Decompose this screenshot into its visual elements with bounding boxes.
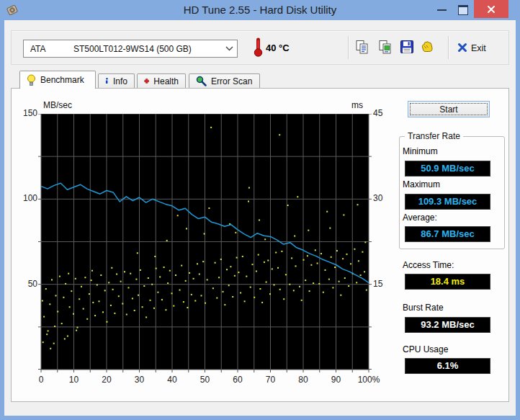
tab-health[interactable]: Health — [137, 73, 186, 88]
exit-label: Exit — [471, 43, 486, 53]
minimum-value: 50.9 MB/sec — [405, 161, 490, 177]
chevron-down-icon — [221, 46, 237, 51]
tab-error-scan[interactable]: Error Scan — [189, 73, 260, 88]
cpu-usage-label: CPU Usage — [403, 344, 448, 354]
close-icon — [487, 5, 496, 14]
tab-benchmark-label: Benchmark — [40, 75, 84, 85]
left-axis-unit: MB/sec — [43, 100, 72, 110]
tab-error-scan-label: Error Scan — [211, 76, 252, 86]
drive-interface-label: ATA — [24, 44, 73, 54]
cpu-usage-value: 6.1% — [405, 358, 490, 374]
burst-rate-value: 93.2 MB/sec — [405, 317, 490, 333]
left-axis-tick: 100 — [14, 193, 37, 203]
hand-icon[interactable] — [419, 40, 435, 55]
maximum-value: 109.3 MB/sec — [405, 194, 490, 210]
maximize-icon — [458, 5, 468, 15]
health-icon — [144, 76, 149, 86]
access-time-label: Access Time: — [403, 260, 454, 270]
x-axis-tick: 50 — [200, 375, 210, 385]
x-axis-tick: 20 — [102, 375, 111, 385]
benchmark-chart — [37, 114, 373, 375]
temperature-value: 40 °C — [266, 43, 290, 53]
right-axis-unit: ms — [351, 100, 363, 110]
right-axis-tick: 15 — [373, 279, 382, 289]
average-value: 86.7 MB/sec — [405, 226, 490, 242]
copy-image-icon[interactable] — [377, 40, 393, 55]
save-icon[interactable] — [399, 40, 415, 55]
magnifier-icon — [196, 76, 207, 86]
tab-info-label: Info — [113, 76, 127, 86]
tab-benchmark[interactable]: Benchmark — [19, 71, 96, 89]
right-axis-tick: 30 — [373, 193, 382, 203]
bulb-icon — [27, 74, 36, 86]
x-axis-tick: 0 — [39, 375, 44, 385]
info-icon — [105, 76, 109, 86]
burst-rate-label: Burst Rate — [403, 303, 444, 313]
exit-x-icon — [457, 43, 467, 53]
maximize-button[interactable] — [452, 0, 474, 19]
maximum-label: Maximum — [403, 179, 440, 189]
minimize-button[interactable] — [431, 0, 452, 19]
thermometer-icon — [254, 37, 263, 57]
x-axis-tick: 10 — [69, 375, 79, 385]
tab-info[interactable]: Info — [98, 73, 135, 88]
start-button[interactable]: Start — [408, 101, 490, 117]
hdtune-window: { "window": { "title": "HD Tune 2.55 - H… — [0, 0, 520, 420]
transfer-rate-group-label: Transfer Rate — [405, 131, 463, 141]
access-time-value: 18.4 ms — [405, 274, 490, 290]
average-label: Average: — [403, 213, 437, 223]
minimum-label: Minimum — [403, 146, 438, 156]
left-axis-tick: 50 — [14, 279, 37, 289]
x-axis-tick: 30 — [135, 375, 144, 385]
exit-button[interactable]: Exit — [456, 41, 509, 55]
minimize-icon — [437, 9, 447, 11]
tab-health-label: Health — [153, 76, 179, 86]
drive-dropdown[interactable]: ATA ST500LT012-9WS14 (500 GB) — [23, 40, 238, 58]
left-axis-tick: 150 — [14, 108, 37, 118]
x-axis-tick: 70 — [266, 375, 275, 385]
x-axis-tick: 80 — [298, 375, 308, 385]
drive-model-label: ST500LT012-9WS14 (500 GB) — [73, 44, 221, 54]
toolbar-separator — [448, 36, 449, 59]
toolbar-separator — [348, 36, 349, 59]
copy-icon[interactable] — [354, 40, 370, 55]
close-button[interactable] — [474, 0, 508, 18]
title-bar[interactable]: HD Tune 2.55 - Hard Disk Utility — [0, 0, 520, 20]
right-axis-tick: 45 — [373, 108, 382, 118]
start-button-label: Start — [439, 104, 457, 115]
x-axis-tick: 60 — [233, 375, 242, 385]
x-axis-tick: 40 — [167, 375, 176, 385]
x-axis-tick: 100% — [358, 375, 380, 385]
x-axis-tick: 90 — [331, 375, 341, 385]
